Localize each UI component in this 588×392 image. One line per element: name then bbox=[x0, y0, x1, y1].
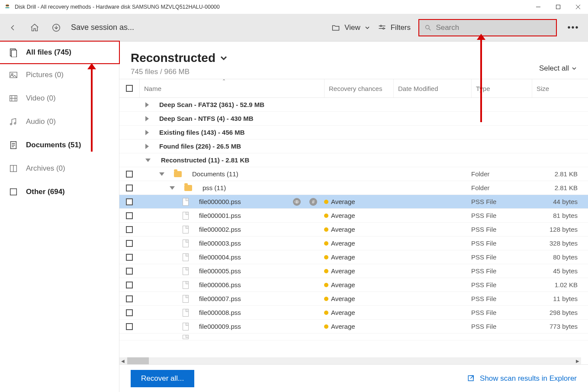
file-row[interactable]: file000003.pssAveragePSS File328 bytes bbox=[119, 236, 588, 250]
window-title: Disk Drill - All recovery methods - Hard… bbox=[15, 4, 528, 10]
maximize-button[interactable] bbox=[548, 0, 568, 14]
more-button[interactable]: ••• bbox=[565, 23, 582, 32]
sidebar-item-documents[interactable]: Documents (51) bbox=[0, 133, 119, 157]
file-icon bbox=[183, 226, 189, 233]
expand-icon[interactable] bbox=[145, 116, 149, 121]
column-name[interactable]: Name ⌃ bbox=[139, 79, 324, 97]
file-icon bbox=[183, 281, 189, 289]
close-button[interactable] bbox=[568, 0, 588, 14]
group-row[interactable]: Existing files (143) - 456 MB bbox=[119, 126, 588, 139]
back-button[interactable] bbox=[6, 21, 20, 35]
expand-icon[interactable] bbox=[145, 144, 149, 149]
horizontal-scrollbar[interactable]: ◀ ▶ bbox=[119, 357, 581, 364]
svg-point-9 bbox=[380, 25, 382, 26]
row-checkbox[interactable] bbox=[126, 282, 133, 288]
sidebar-item-other[interactable]: Other (694) bbox=[0, 180, 119, 204]
select-all-dropdown[interactable]: Select all bbox=[539, 64, 577, 73]
titlebar: Disk Drill - All recovery methods - Hard… bbox=[0, 0, 588, 14]
other-icon bbox=[9, 187, 18, 197]
expand-icon[interactable] bbox=[145, 130, 149, 135]
folder-row[interactable]: pss (11)Folder2.81 KB bbox=[119, 181, 588, 195]
row-checkbox[interactable] bbox=[126, 171, 133, 178]
collapse-icon[interactable] bbox=[159, 172, 164, 176]
group-row[interactable]: Found files (226) - 26.5 MB bbox=[119, 139, 588, 153]
row-checkbox[interactable] bbox=[126, 226, 133, 233]
scroll-left-icon[interactable]: ◀ bbox=[119, 357, 126, 364]
file-row[interactable]: file000005.pssAveragePSS File45 bytes bbox=[119, 264, 588, 278]
home-button[interactable] bbox=[28, 21, 42, 35]
file-icon bbox=[183, 335, 189, 339]
folder-icon bbox=[331, 23, 340, 32]
search-box[interactable] bbox=[418, 19, 557, 36]
file-row[interactable]: file000007.pssAveragePSS File11 bytes bbox=[119, 292, 588, 306]
row-checkbox[interactable] bbox=[126, 295, 133, 302]
file-icon bbox=[183, 253, 189, 261]
file-row[interactable]: file000002.pssAveragePSS File128 bytes bbox=[119, 223, 588, 236]
scroll-thumb[interactable] bbox=[127, 357, 149, 364]
sidebar-item-archives[interactable]: Archives (0) bbox=[0, 157, 119, 180]
file-row[interactable]: file000008.pssAveragePSS File298 bytes bbox=[119, 306, 588, 320]
folder-icon bbox=[184, 185, 192, 191]
save-session-label[interactable]: Save session as... bbox=[71, 23, 134, 32]
svg-point-12 bbox=[426, 25, 429, 29]
expand-icon[interactable] bbox=[145, 102, 149, 107]
view-dropdown[interactable]: View bbox=[331, 23, 370, 32]
hex-icon[interactable]: # bbox=[309, 198, 317, 206]
save-icon[interactable] bbox=[49, 21, 63, 35]
preview-icon[interactable] bbox=[293, 198, 301, 206]
file-icon bbox=[183, 267, 189, 275]
recover-all-button[interactable]: Recover all... bbox=[131, 370, 194, 387]
column-size[interactable]: Size bbox=[532, 79, 588, 97]
group-row[interactable]: Deep Scan - NTFS (4) - 430 MB bbox=[119, 112, 588, 126]
show-in-explorer-link[interactable]: Show scan results in Explorer bbox=[467, 374, 577, 383]
footer: Recover all... Show scan results in Expl… bbox=[119, 364, 588, 392]
folder-row[interactable]: Documents (11)Folder2.81 KB bbox=[119, 167, 588, 181]
external-link-icon bbox=[467, 374, 476, 383]
sort-indicator-icon: ⌃ bbox=[222, 78, 226, 84]
file-icon bbox=[183, 295, 189, 303]
group-row[interactable]: Deep Scan - FAT32 (361) - 52.9 MB bbox=[119, 98, 588, 112]
file-icon bbox=[183, 309, 189, 317]
file-row[interactable]: file000006.pssAveragePSS File1.02 KB bbox=[119, 278, 588, 292]
file-row[interactable]: file000000.pss#AveragePSS File44 bytes bbox=[119, 195, 588, 209]
chevron-down-icon[interactable] bbox=[220, 54, 228, 62]
status-dot-icon bbox=[324, 311, 328, 315]
row-checkbox[interactable] bbox=[126, 185, 133, 191]
row-checkbox[interactable] bbox=[126, 254, 133, 261]
sidebar-item-video[interactable]: Video (0) bbox=[0, 87, 119, 110]
collapse-icon[interactable] bbox=[145, 159, 151, 162]
sidebar-item-pictures[interactable]: Pictures (0) bbox=[0, 63, 119, 87]
svg-rect-1 bbox=[6, 7, 10, 8]
folder-icon bbox=[174, 171, 182, 177]
row-checkbox[interactable] bbox=[126, 240, 133, 247]
sidebar-item-audio[interactable]: Audio (0) bbox=[0, 110, 119, 133]
status-dot-icon bbox=[324, 297, 328, 301]
column-date[interactable]: Date Modified bbox=[393, 79, 471, 97]
filters-button[interactable]: Filters bbox=[378, 23, 411, 32]
file-tree[interactable]: Deep Scan - FAT32 (361) - 52.9 MBDeep Sc… bbox=[119, 98, 588, 364]
row-checkbox[interactable] bbox=[126, 323, 133, 330]
scroll-right-icon[interactable]: ▶ bbox=[574, 357, 581, 364]
file-row[interactable]: file000009.pssAveragePSS File773 bytes bbox=[119, 320, 588, 334]
file-row[interactable] bbox=[119, 334, 588, 340]
column-recovery[interactable]: Recovery chances bbox=[324, 79, 393, 97]
status-dot-icon bbox=[324, 241, 328, 246]
file-icon bbox=[183, 323, 189, 330]
all-files-icon bbox=[9, 48, 18, 57]
file-row[interactable]: file000001.pssAveragePSS File81 bytes bbox=[119, 209, 588, 223]
search-input[interactable] bbox=[436, 23, 551, 32]
row-checkbox[interactable] bbox=[126, 268, 133, 275]
row-checkbox[interactable] bbox=[126, 212, 133, 219]
annotation-arrow bbox=[480, 40, 482, 122]
group-row[interactable]: Reconstructed (11) - 2.81 KB bbox=[119, 153, 588, 167]
row-checkbox[interactable] bbox=[126, 198, 133, 205]
svg-rect-2 bbox=[6, 5, 9, 6]
row-checkbox[interactable] bbox=[126, 309, 133, 316]
svg-point-11 bbox=[382, 28, 384, 29]
app-icon bbox=[3, 3, 11, 11]
minimize-button[interactable] bbox=[528, 0, 548, 14]
collapse-icon[interactable] bbox=[170, 186, 175, 190]
select-all-checkbox[interactable] bbox=[126, 85, 133, 92]
file-row[interactable]: file000004.pssAveragePSS File80 bytes bbox=[119, 250, 588, 264]
sidebar-item-all-files[interactable]: All files (745) bbox=[0, 41, 120, 64]
